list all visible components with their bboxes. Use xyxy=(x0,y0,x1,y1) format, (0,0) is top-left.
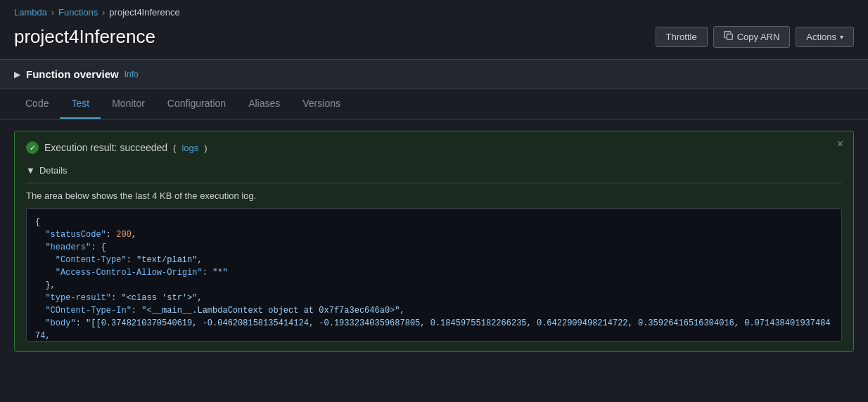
breadcrumb-current: project4Inference xyxy=(109,7,179,18)
code-line: "statusCode": 200, xyxy=(35,228,833,241)
svg-rect-0 xyxy=(727,34,732,39)
code-line: "type-result": "<class 'str'>", xyxy=(35,292,833,304)
throttle-button[interactable]: Throttle xyxy=(656,27,708,47)
execution-result-panel: ✓ Execution result: succeeded ( logs ) ×… xyxy=(14,131,854,352)
details-description: The area below shows the last 4 KB of th… xyxy=(26,190,842,201)
code-output-box[interactable]: { "statusCode": 200, "headers": { "Conte… xyxy=(26,208,842,342)
success-icon: ✓ xyxy=(26,141,39,154)
content-area: ✓ Execution result: succeeded ( logs ) ×… xyxy=(0,119,868,363)
code-line: "Access-Control-Allow-Origin": "*" xyxy=(35,266,833,279)
tab-versions[interactable]: Versions xyxy=(291,89,352,119)
page-title: project4Inference xyxy=(14,26,155,48)
copy-arn-button[interactable]: Copy ARN xyxy=(713,26,791,48)
copy-icon xyxy=(724,31,734,43)
logs-link[interactable]: logs xyxy=(181,143,198,153)
execution-title: Execution result: succeeded xyxy=(44,142,167,153)
tab-aliases[interactable]: Aliases xyxy=(237,89,291,119)
code-line: "COntent-Type-In": "<__main__.LambdaCont… xyxy=(35,304,833,317)
tab-code[interactable]: Code xyxy=(14,89,60,119)
code-line: "body": "[[0.3748210370540619, -0.046208… xyxy=(35,317,833,342)
code-line: { xyxy=(35,216,833,228)
function-overview-section: ▶ Function overview Info xyxy=(0,59,868,89)
logs-parens-close: ) xyxy=(204,143,207,153)
breadcrumb-functions[interactable]: Functions xyxy=(58,7,98,18)
overview-info-badge[interactable]: Info xyxy=(125,70,139,79)
actions-label: Actions xyxy=(806,32,836,42)
details-toggle-icon: ▼ xyxy=(26,165,35,176)
overview-toggle-icon[interactable]: ▶ xyxy=(14,70,20,79)
execution-header: ✓ Execution result: succeeded ( logs ) xyxy=(26,141,842,154)
header-actions: Throttle Copy ARN Actions ▾ xyxy=(656,26,854,48)
actions-button[interactable]: Actions ▾ xyxy=(796,27,854,47)
tab-test[interactable]: Test xyxy=(60,89,101,119)
close-button[interactable]: × xyxy=(837,138,843,150)
copy-arn-label: Copy ARN xyxy=(737,32,780,42)
details-label: Details xyxy=(39,165,68,176)
tabs-bar: Code Test Monitor Configuration Aliases … xyxy=(0,89,868,119)
code-line: }, xyxy=(35,279,833,292)
logs-parens: ( xyxy=(173,143,176,153)
details-divider xyxy=(26,183,842,183)
throttle-label: Throttle xyxy=(666,32,697,42)
breadcrumb-sep-1: › xyxy=(51,8,54,18)
tab-monitor[interactable]: Monitor xyxy=(101,89,156,119)
page-header: project4Inference Throttle Copy ARN Acti… xyxy=(0,22,868,59)
tab-configuration[interactable]: Configuration xyxy=(156,89,237,119)
breadcrumb-bar: Lambda › Functions › project4Inference xyxy=(0,0,868,22)
details-header[interactable]: ▼ Details xyxy=(26,161,842,180)
code-line: "headers": { xyxy=(35,241,833,254)
chevron-down-icon: ▾ xyxy=(840,33,843,41)
details-section: ▼ Details The area below shows the last … xyxy=(26,161,842,342)
overview-title: Function overview xyxy=(26,68,119,80)
breadcrumb-lambda[interactable]: Lambda xyxy=(14,7,47,18)
code-line: "Content-Type": "text/plain", xyxy=(35,254,833,266)
breadcrumb-sep-2: › xyxy=(102,8,105,18)
